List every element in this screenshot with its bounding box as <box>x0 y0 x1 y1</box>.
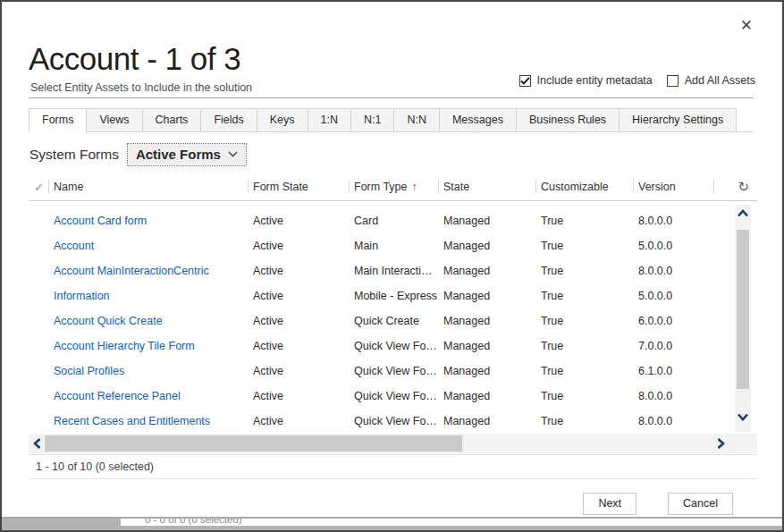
scroll-right-icon[interactable] <box>717 434 725 453</box>
form-name-link[interactable]: Recent Cases and Entitlements <box>48 415 248 427</box>
table-row[interactable]: Recent Cases and Entitlements Active Qui… <box>29 409 757 434</box>
background-block <box>2 519 121 526</box>
page-title: Account - 1 of 3 <box>29 41 240 77</box>
table-row[interactable]: Account Quick Create Active Quick Create… <box>29 308 757 334</box>
tab-n-1[interactable]: N:1 <box>351 108 394 132</box>
state-cell: Managed <box>438 365 535 377</box>
checkbox-label: Include entity metadata <box>537 74 653 87</box>
form-name-link[interactable]: Account MainInteractionCentric <box>48 265 248 277</box>
horizontal-scroll-thumb[interactable] <box>45 435 462 452</box>
column-header-form-state[interactable]: Form State <box>248 173 349 200</box>
column-header-form-type[interactable]: Form Type ↑ <box>349 173 438 200</box>
form-state-cell: Active <box>248 315 349 327</box>
tab-hierarchy-settings[interactable]: Hierarchy Settings <box>620 108 737 132</box>
tab-business-rules[interactable]: Business Rules <box>517 108 620 132</box>
tab-1-n[interactable]: 1:N <box>308 108 351 132</box>
table-row[interactable]: Account Card form Active Card Managed Tr… <box>29 208 757 233</box>
background-band <box>2 526 782 530</box>
tab-charts[interactable]: Charts <box>143 108 202 132</box>
form-type-cell: Main Interaction... <box>349 265 438 277</box>
table-row[interactable]: Account MainInteractionCentric Active Ma… <box>29 258 757 283</box>
sort-ascending-icon: ↑ <box>412 181 417 193</box>
form-state-cell: Active <box>248 215 349 227</box>
next-button[interactable]: Next <box>583 493 636 515</box>
customizable-cell: True <box>535 265 633 277</box>
column-header-version[interactable]: Version <box>633 173 713 200</box>
form-type-cell: Quick View Form <box>349 340 438 352</box>
column-header-label: Customizable <box>541 181 609 193</box>
tab-label: 1:N <box>321 114 338 126</box>
form-name-link[interactable]: Account Card form <box>48 215 248 227</box>
form-type-cell: Quick View Form <box>349 365 438 377</box>
column-header-label: Form Type <box>354 181 408 193</box>
checkbox[interactable] <box>667 75 679 87</box>
tab-label: Keys <box>270 114 295 126</box>
form-type-dropdown[interactable]: Active Forms <box>127 143 247 166</box>
version-cell: 6.1.0.0 <box>633 365 713 377</box>
scroll-left-icon[interactable] <box>33 434 41 453</box>
tab-n-n[interactable]: N:N <box>394 108 440 132</box>
form-name-link[interactable]: Social Profiles <box>48 365 248 377</box>
form-state-cell: Active <box>248 390 349 402</box>
scroll-down-icon[interactable] <box>735 413 751 421</box>
column-header-spacer <box>713 173 757 200</box>
tab-messages[interactable]: Messages <box>440 108 517 132</box>
forms-grid: ✓ Name Form State Form Type ↑ State Cust… <box>29 173 757 479</box>
tab-forms[interactable]: Forms <box>29 108 87 132</box>
version-cell: 8.0.0.0 <box>633 415 713 427</box>
form-type-cell: Quick View Form <box>349 415 438 427</box>
column-header-label: State <box>443 181 469 193</box>
refresh-icon[interactable]: ↻ <box>738 179 749 195</box>
form-state-cell: Active <box>248 415 349 427</box>
column-header-label: Name <box>54 181 83 193</box>
cancel-button[interactable]: Cancel <box>668 493 733 515</box>
form-name-link[interactable]: Account Hierarchy Tile Form <box>48 340 248 352</box>
select-all-checkbox[interactable]: ✓ <box>29 173 48 200</box>
option-add-all-assets[interactable]: Add All Assets <box>667 74 755 87</box>
table-row[interactable]: Information Active Mobile - Express Mana… <box>29 283 757 308</box>
customizable-cell: True <box>535 365 633 377</box>
form-state-cell: Active <box>248 365 349 377</box>
vertical-scrollbar[interactable] <box>735 205 751 432</box>
state-cell: Managed <box>438 215 535 227</box>
checkbox[interactable] <box>519 75 531 87</box>
record-count-status: 1 - 10 of 10 (0 selected) <box>29 454 757 479</box>
grid-header: ✓ Name Form State Form Type ↑ State Cust… <box>29 173 757 201</box>
form-name-link[interactable]: Account <box>48 240 248 252</box>
form-name-link[interactable]: Account Reference Panel <box>48 390 248 402</box>
column-header-name[interactable]: Name <box>48 173 248 200</box>
table-row[interactable]: Account Hierarchy Tile Form Active Quick… <box>29 334 757 359</box>
table-row[interactable]: Account Reference Panel Active Quick Vie… <box>29 384 757 409</box>
horizontal-scrollbar[interactable] <box>29 434 757 453</box>
close-icon[interactable]: ✕ <box>740 18 753 33</box>
form-filter-row: System Forms Active Forms <box>30 143 247 166</box>
tab-label: N:1 <box>364 114 381 126</box>
form-state-cell: Active <box>248 340 349 352</box>
vertical-scroll-thumb[interactable] <box>737 230 749 389</box>
state-cell: Managed <box>438 415 535 427</box>
customizable-cell: True <box>535 240 633 252</box>
tab-label: Messages <box>452 114 503 126</box>
tab-keys[interactable]: Keys <box>257 108 308 132</box>
option-include-entity-metadata[interactable]: Include entity metadata <box>519 74 653 87</box>
version-cell: 5.0.0.0 <box>633 290 713 302</box>
column-header-label: Form State <box>253 181 308 193</box>
scroll-up-icon[interactable] <box>735 209 751 217</box>
tab-label: Forms <box>42 114 73 126</box>
tab-views[interactable]: Views <box>87 108 142 132</box>
version-cell: 7.0.0.0 <box>633 340 713 352</box>
state-cell: Managed <box>438 265 535 277</box>
column-header-customizable[interactable]: Customizable <box>535 173 633 200</box>
form-name-link[interactable]: Account Quick Create <box>48 315 248 327</box>
table-row[interactable]: Social Profiles Active Quick View Form M… <box>29 359 757 384</box>
form-name-link[interactable]: Information <box>48 290 248 302</box>
form-type-cell: Mobile - Express <box>349 290 438 302</box>
table-row[interactable]: Account Active Main Managed True 5.0.0.0 <box>29 233 757 258</box>
checkbox-label: Add All Assets <box>685 74 755 87</box>
title-divider <box>29 97 754 98</box>
state-cell: Managed <box>438 390 535 402</box>
page-subtitle: Select Entity Assets to Include in the s… <box>30 81 252 94</box>
column-header-state[interactable]: State <box>438 173 535 200</box>
header-options: Include entity metadata Add All Assets <box>519 74 755 87</box>
tab-fields[interactable]: Fields <box>201 108 257 132</box>
